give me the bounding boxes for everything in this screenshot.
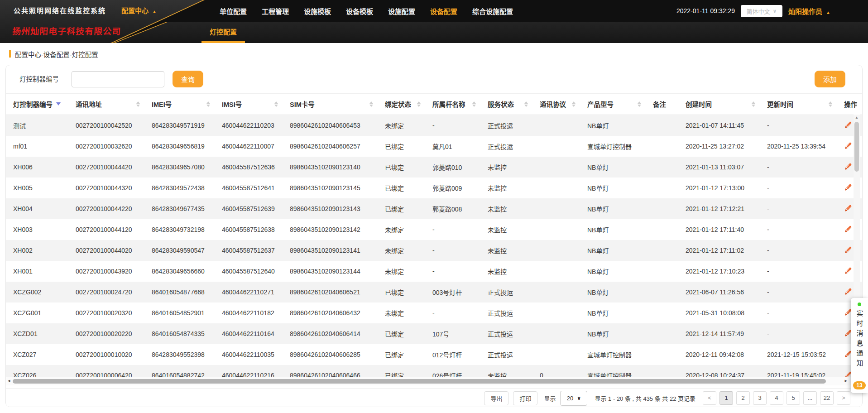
edit-pencil-icon[interactable]: [844, 121, 852, 129]
table-cell: 89860426102040606414: [283, 323, 378, 344]
column-header-1[interactable]: 灯控制器编号: [6, 93, 68, 115]
breadcrumb-text: 配置中心-设备配置-灯控配置: [15, 49, 98, 59]
page-prev-button[interactable]: <: [703, 391, 716, 405]
page-button-3[interactable]: 3: [753, 391, 767, 405]
table-row: XH00400272001000442208642830496774354600…: [6, 198, 862, 219]
table-cell: 460044622110007: [215, 136, 283, 157]
edit-pencil-icon[interactable]: [844, 142, 852, 150]
table-body: 测试00272001000425208642830495719194600446…: [6, 115, 862, 378]
user-menu-button[interactable]: 灿阳操作员▲: [788, 6, 830, 16]
active-tab-underline: [201, 41, 245, 43]
sort-icons[interactable]: [638, 101, 641, 107]
table-cell: 012号灯杆: [425, 344, 480, 365]
realtime-notification-tab[interactable]: 实时消息通知 13: [851, 298, 868, 393]
table-row: XH00200272001000440208642830495905474600…: [6, 240, 862, 261]
page-button-2[interactable]: 2: [736, 391, 750, 405]
column-header-2[interactable]: 通讯地址: [68, 93, 144, 115]
nav-item-4[interactable]: 设备模板: [346, 6, 373, 16]
sort-icons[interactable]: [417, 101, 421, 107]
print-button[interactable]: 打印: [513, 391, 537, 405]
column-header-13[interactable]: 更新时间: [760, 93, 837, 115]
edit-pencil-icon[interactable]: [844, 204, 852, 212]
column-header-5[interactable]: SIM卡号: [283, 93, 378, 115]
table-cell: 2021-01-12 17:11:40: [678, 219, 760, 240]
edit-pencil-icon[interactable]: [844, 225, 852, 233]
table-cell: [532, 219, 580, 240]
page-button-5[interactable]: 5: [786, 391, 800, 405]
nav-item-1[interactable]: 单位配置: [220, 6, 247, 16]
nav-item-3[interactable]: 设施模板: [304, 6, 331, 16]
controller-number-input[interactable]: [72, 71, 164, 87]
table-cell: [646, 198, 678, 219]
table-cell: 2021-01-12 17:13:00: [678, 178, 760, 198]
column-header-12[interactable]: 创建时间: [678, 93, 760, 115]
table-cell: NB单灯: [580, 282, 646, 303]
column-header-9[interactable]: 通讯协议: [532, 93, 580, 115]
column-header-4[interactable]: IMSI号: [215, 93, 283, 115]
table-cell: 正式投运: [480, 323, 532, 344]
table-cell: 已绑定: [378, 198, 425, 219]
sort-icons[interactable]: [206, 101, 210, 107]
sort-icons[interactable]: [829, 101, 832, 107]
table-cell: 正式投运: [480, 303, 532, 323]
nav-item-2[interactable]: 工程管理: [262, 6, 289, 16]
sort-desc-icon[interactable]: [56, 102, 61, 106]
horizontal-scroll-thumb[interactable]: [13, 379, 826, 384]
sort-icons[interactable]: [572, 101, 575, 107]
nav-item-7[interactable]: 综合设施配置: [472, 6, 513, 16]
sort-icons[interactable]: [752, 101, 755, 107]
horizontal-scrollbar[interactable]: ◂ ▸: [6, 377, 862, 385]
edit-pencil-icon[interactable]: [844, 267, 852, 275]
scroll-left-icon[interactable]: ◂: [8, 378, 10, 384]
query-button[interactable]: 查询: [173, 71, 203, 87]
vertical-scroll-thumb[interactable]: [854, 122, 859, 172]
center-menu-button[interactable]: 配置中心▲: [121, 0, 157, 22]
column-header-6[interactable]: 绑定状态: [378, 93, 425, 115]
column-label: 所属杆名称: [432, 99, 465, 109]
table-cell: 宣城单灯控制器: [580, 365, 646, 377]
page-size-select[interactable]: 20 ∨: [560, 391, 587, 406]
table-cell: 未绑定: [378, 261, 425, 282]
edit-pencil-icon[interactable]: [844, 183, 852, 192]
edit-pencil-icon[interactable]: [844, 163, 852, 171]
table-row: XCZG002002720010002472086401605487766846…: [6, 282, 862, 303]
table-cell: 026号灯杆: [425, 365, 480, 377]
table-cell: XCZ027: [6, 344, 68, 365]
nav-item-5[interactable]: 设施配置: [388, 6, 415, 16]
add-button[interactable]: 添加: [815, 71, 845, 87]
export-button[interactable]: 导出: [484, 391, 508, 405]
nav-item-6[interactable]: 设备配置: [430, 6, 457, 16]
page-button-1[interactable]: 1: [719, 391, 733, 405]
page-button-22[interactable]: 22: [820, 391, 834, 405]
page-next-button[interactable]: >: [837, 391, 850, 405]
scroll-right-icon[interactable]: ▸: [844, 378, 847, 384]
table-cell: 460044622110182: [215, 303, 283, 323]
table-cell: -: [425, 219, 480, 240]
column-header-3[interactable]: IMEI号: [144, 93, 215, 115]
table-cell: -: [760, 261, 837, 282]
sort-icons[interactable]: [369, 101, 373, 107]
table-cell: [646, 136, 678, 157]
table-cell: 89860435102090123145: [283, 178, 378, 198]
table-cell: [532, 178, 580, 198]
column-header-8[interactable]: 服务状态: [480, 93, 532, 115]
sort-icons[interactable]: [472, 101, 476, 107]
table-cell: mf01: [6, 136, 68, 157]
edit-pencil-icon[interactable]: [844, 288, 852, 296]
table-cell: 89860435102090123140: [283, 157, 378, 178]
tab-lamp-control-config[interactable]: 灯控配置: [201, 22, 245, 43]
edit-pencil-icon[interactable]: [844, 246, 852, 254]
sort-icons[interactable]: [524, 101, 528, 107]
sort-icons[interactable]: [274, 101, 278, 107]
sort-icons[interactable]: [136, 101, 140, 107]
search-toolbar: 灯控制器编号 查询 添加: [6, 65, 862, 94]
table-cell: 89860426102040606466: [283, 365, 378, 377]
column-header-7[interactable]: 所属杆名称: [425, 93, 480, 115]
page-button-...[interactable]: ...: [803, 391, 817, 405]
table-cell: XH001: [6, 261, 68, 282]
column-header-10[interactable]: 产品型号: [580, 93, 646, 115]
page-button-4[interactable]: 4: [770, 391, 783, 405]
scroll-up-icon[interactable]: ▲: [854, 115, 860, 120]
page-size-value: 20: [567, 395, 573, 402]
language-select[interactable]: 简体中文 ∨: [741, 5, 782, 17]
